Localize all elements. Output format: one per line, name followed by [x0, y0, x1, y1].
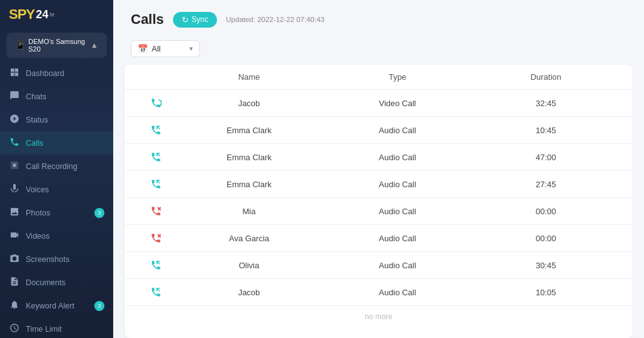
table-row[interactable]: JacobVideo Call32:45 — [125, 90, 633, 117]
svg-rect-3 — [11, 73, 14, 76]
main-content: Calls ↻ Sync Updated: 2022-12-22 07:40:4… — [113, 0, 644, 338]
sidebar-item-videos[interactable]: Videos — [0, 224, 113, 248]
sidebar-item-status[interactable]: Status — [0, 108, 113, 131]
call-icon-cell — [137, 286, 175, 298]
call-type: Audio Call — [323, 234, 472, 243]
sidebar-item-calls[interactable]: Calls — [0, 131, 113, 155]
sidebar-item-chats[interactable]: Chats — [0, 85, 113, 108]
app-logo: SPY 24 te — [9, 6, 55, 23]
photos-icon — [9, 207, 20, 219]
call-name: Emma Clark — [175, 153, 323, 162]
recording-icon — [9, 160, 20, 172]
photos-badge: 3 — [94, 208, 104, 218]
filter-label: All — [152, 44, 160, 53]
keyword-badge: 3 — [94, 301, 104, 311]
call-icon-cell — [137, 259, 175, 271]
table-header-row: Name Type Duration — [125, 65, 633, 90]
filter-dropdown[interactable]: 📅 All ▾ — [131, 40, 200, 57]
sidebar-item-dashboard[interactable]: Dashboard — [0, 62, 113, 85]
col-header-name: Name — [175, 72, 323, 82]
sidebar-item-photos[interactable]: Photos 3 — [0, 201, 113, 224]
chat-icon — [9, 90, 20, 102]
call-duration: 27:45 — [472, 180, 620, 189]
table-row[interactable]: Emma ClarkAudio Call47:00 — [125, 144, 633, 171]
svg-rect-4 — [15, 73, 18, 76]
call-name: Ava Garcia — [175, 234, 323, 243]
page-header: Calls ↻ Sync Updated: 2022-12-22 07:40:4… — [113, 0, 644, 36]
sidebar-label-videos: Videos — [26, 232, 50, 241]
call-type: Audio Call — [323, 261, 472, 270]
call-type: Video Call — [323, 99, 472, 108]
logo-spy-text: SPY — [9, 6, 35, 23]
table-row[interactable]: OliviaAudio Call30:45 — [125, 252, 633, 279]
sidebar: SPY 24 te 📱 DEMO's Samsung S20 ▲ Dashboa… — [0, 0, 113, 338]
call-name: Emma Clark — [175, 126, 323, 135]
call-duration: 00:00 — [472, 207, 620, 216]
sidebar-item-voices[interactable]: Voices — [0, 178, 113, 201]
device-name-label: DEMO's Samsung S20 — [28, 38, 91, 53]
logo-24-text: 24 — [36, 8, 48, 21]
documents-icon — [9, 276, 20, 288]
timelimit-icon — [9, 323, 20, 335]
call-type: Audio Call — [323, 207, 472, 216]
svg-rect-2 — [15, 68, 18, 72]
sidebar-item-time-limit[interactable]: Time Limit — [0, 317, 113, 338]
call-name: Olivia — [175, 261, 323, 270]
no-more-label: no more — [125, 306, 633, 327]
chevron-up-icon: ▲ — [91, 41, 98, 50]
sync-button[interactable]: ↻ Sync — [173, 12, 218, 28]
table-row[interactable]: MiaAudio Call00:00 — [125, 198, 633, 225]
device-selector[interactable]: 📱 DEMO's Samsung S20 ▲ — [6, 33, 107, 58]
filter-bar: 📅 All ▾ — [113, 36, 644, 65]
table-row[interactable]: Emma ClarkAudio Call10:45 — [125, 117, 633, 144]
call-icon-cell — [137, 124, 175, 136]
call-duration: 10:05 — [472, 288, 620, 297]
call-name: Emma Clark — [175, 180, 323, 189]
sidebar-label-dashboard: Dashboard — [26, 69, 64, 78]
svg-point-6 — [13, 163, 16, 166]
col-header-icon — [137, 72, 175, 82]
calls-icon — [9, 137, 20, 149]
call-icon-cell — [137, 205, 175, 217]
sidebar-label-call-recording: Call Recording — [26, 162, 77, 171]
call-type: Audio Call — [323, 126, 472, 135]
call-icon-cell — [137, 178, 175, 190]
screenshots-icon — [9, 253, 20, 265]
logo-te-text: te — [50, 11, 55, 18]
sidebar-label-voices: Voices — [26, 185, 49, 194]
call-duration: 30:45 — [472, 261, 620, 270]
sidebar-label-documents: Documents — [26, 278, 65, 287]
sync-label: Sync — [192, 15, 209, 24]
call-name: Mia — [175, 207, 323, 216]
page-title: Calls — [131, 11, 164, 28]
table-row[interactable]: Emma ClarkAudio Call27:45 — [125, 171, 633, 198]
call-name: Jacob — [175, 99, 323, 108]
call-icon-cell — [137, 232, 175, 244]
sidebar-label-chats: Chats — [26, 92, 47, 101]
call-duration: 00:00 — [472, 234, 620, 243]
sync-icon: ↻ — [182, 15, 189, 25]
calls-table: Name Type Duration JacobVideo Call32:45E… — [125, 65, 633, 338]
call-duration: 47:00 — [472, 153, 620, 162]
call-duration: 10:45 — [472, 126, 620, 135]
call-type: Audio Call — [323, 180, 472, 189]
nav-menu: Dashboard Chats Status Calls Call Record — [0, 62, 113, 338]
sidebar-item-keyword-alert[interactable]: Keyword Alert 3 — [0, 294, 113, 317]
call-duration: 32:45 — [472, 99, 620, 108]
phone-icon: 📱 — [15, 40, 26, 50]
updated-timestamp: Updated: 2022-12-22 07:40:43 — [226, 16, 325, 23]
table-row[interactable]: JacobAudio Call10:05 — [125, 279, 633, 306]
voices-icon — [9, 183, 20, 195]
call-icon-cell — [137, 97, 175, 109]
sidebar-item-screenshots[interactable]: Screenshots — [0, 248, 113, 271]
table-body: JacobVideo Call32:45Emma ClarkAudio Call… — [125, 90, 633, 306]
call-type: Audio Call — [323, 288, 472, 297]
sidebar-label-photos: Photos — [26, 209, 50, 217]
sidebar-label-screenshots: Screenshots — [26, 255, 69, 264]
sidebar-item-call-recording[interactable]: Call Recording — [0, 155, 113, 178]
call-icon-cell — [137, 151, 175, 163]
table-row[interactable]: Ava GarciaAudio Call00:00 — [125, 225, 633, 252]
col-header-duration: Duration — [472, 72, 620, 82]
sidebar-label-status: Status — [26, 116, 48, 124]
sidebar-item-documents[interactable]: Documents — [0, 271, 113, 294]
